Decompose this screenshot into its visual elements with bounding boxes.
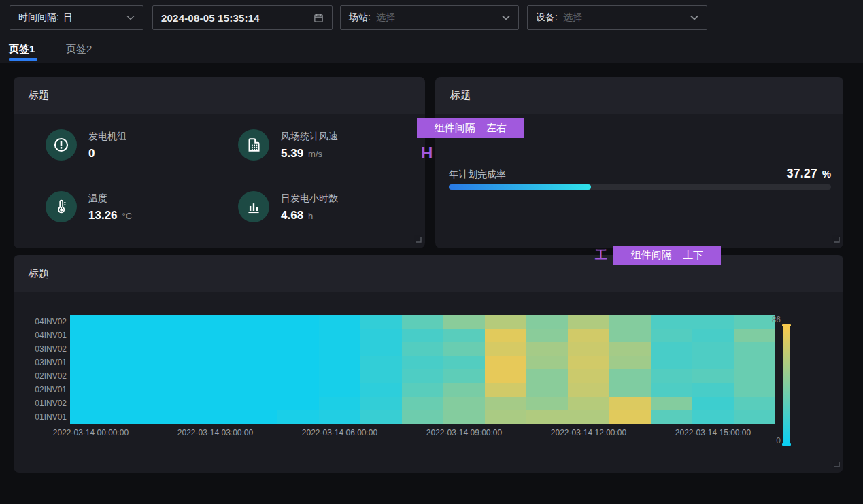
heatmap-cell[interactable] xyxy=(112,397,153,410)
heatmap-cell[interactable] xyxy=(277,329,319,342)
heatmap-cell[interactable] xyxy=(402,356,443,369)
heatmap-cell[interactable] xyxy=(70,410,112,424)
heatmap-cell[interactable] xyxy=(568,410,609,424)
heatmap-cell[interactable] xyxy=(402,383,443,397)
heatmap-cell[interactable] xyxy=(526,397,568,410)
heatmap-cell[interactable] xyxy=(319,342,360,356)
heatmap-cell[interactable] xyxy=(194,356,236,369)
heatmap-cell[interactable] xyxy=(692,397,734,410)
heatmap-cell[interactable] xyxy=(692,369,734,383)
heatmap-cell[interactable] xyxy=(277,397,319,410)
heatmap-cell[interactable] xyxy=(112,356,153,369)
heatmap-cell[interactable] xyxy=(734,383,775,397)
interval-select[interactable]: 时间间隔: 日 xyxy=(10,5,143,30)
tab-page1[interactable]: 页签1 xyxy=(9,43,35,56)
heatmap-cell[interactable] xyxy=(360,315,402,329)
heatmap-cell[interactable] xyxy=(360,383,402,397)
heatmap-cell[interactable] xyxy=(236,356,277,369)
heatmap-cell[interactable] xyxy=(568,397,609,410)
heatmap-cell[interactable] xyxy=(194,329,236,342)
heatmap-cell[interactable] xyxy=(277,369,319,383)
heatmap-cell[interactable] xyxy=(360,397,402,410)
heatmap-cell[interactable] xyxy=(568,315,609,329)
heatmap-cell[interactable] xyxy=(609,369,651,383)
heatmap-cell[interactable] xyxy=(734,329,775,342)
heatmap-cell[interactable] xyxy=(692,410,734,424)
heatmap-grid[interactable] xyxy=(70,315,775,424)
heatmap-cell[interactable] xyxy=(692,383,734,397)
heatmap-cell[interactable] xyxy=(443,356,485,369)
heatmap-cell[interactable] xyxy=(692,342,734,356)
heatmap-cell[interactable] xyxy=(402,342,443,356)
heatmap-cell[interactable] xyxy=(319,329,360,342)
heatmap-cell[interactable] xyxy=(319,356,360,369)
heatmap-cell[interactable] xyxy=(360,356,402,369)
heatmap-cell[interactable] xyxy=(112,342,153,356)
heatmap-cell[interactable] xyxy=(319,410,360,424)
heatmap-cell[interactable] xyxy=(319,369,360,383)
heatmap-cell[interactable] xyxy=(734,397,775,410)
resize-grip-icon[interactable] xyxy=(833,233,840,246)
heatmap-cell[interactable] xyxy=(734,410,775,424)
heatmap-cell[interactable] xyxy=(112,410,153,424)
heatmap-cell[interactable] xyxy=(651,383,692,397)
heatmap-cell[interactable] xyxy=(443,397,485,410)
heatmap-cell[interactable] xyxy=(112,383,153,397)
heatmap-cell[interactable] xyxy=(443,342,485,356)
heatmap-cell[interactable] xyxy=(402,315,443,329)
heatmap-cell[interactable] xyxy=(692,356,734,369)
heatmap-cell[interactable] xyxy=(734,369,775,383)
heatmap-cell[interactable] xyxy=(485,356,526,369)
heatmap-cell[interactable] xyxy=(485,342,526,356)
heatmap-cell[interactable] xyxy=(609,342,651,356)
resize-grip-icon[interactable] xyxy=(833,458,840,470)
resize-grip-icon[interactable] xyxy=(415,233,422,246)
heatmap-cell[interactable] xyxy=(526,356,568,369)
heatmap-cell[interactable] xyxy=(651,315,692,329)
heatmap-cell[interactable] xyxy=(402,397,443,410)
heatmap-cell[interactable] xyxy=(236,369,277,383)
heatmap-cell[interactable] xyxy=(112,315,153,329)
heatmap-cell[interactable] xyxy=(402,410,443,424)
device-select[interactable]: 设备: 选择 xyxy=(527,5,707,30)
heatmap-cell[interactable] xyxy=(485,397,526,410)
heatmap-cell[interactable] xyxy=(651,410,692,424)
heatmap-cell[interactable] xyxy=(651,356,692,369)
visualmap-handle-top[interactable] xyxy=(782,324,791,326)
heatmap-cell[interactable] xyxy=(153,369,194,383)
heatmap-cell[interactable] xyxy=(568,329,609,342)
heatmap-cell[interactable] xyxy=(526,369,568,383)
heatmap-cell[interactable] xyxy=(236,315,277,329)
heatmap-cell[interactable] xyxy=(360,369,402,383)
heatmap-cell[interactable] xyxy=(70,342,112,356)
heatmap-cell[interactable] xyxy=(609,383,651,397)
heatmap-cell[interactable] xyxy=(194,410,236,424)
heatmap-cell[interactable] xyxy=(277,315,319,329)
heatmap-cell[interactable] xyxy=(651,342,692,356)
heatmap-cell[interactable] xyxy=(70,383,112,397)
heatmap-cell[interactable] xyxy=(277,342,319,356)
heatmap-cell[interactable] xyxy=(236,397,277,410)
heatmap-cell[interactable] xyxy=(236,342,277,356)
heatmap-cell[interactable] xyxy=(609,410,651,424)
heatmap-cell[interactable] xyxy=(70,329,112,342)
heatmap-cell[interactable] xyxy=(236,329,277,342)
heatmap-cell[interactable] xyxy=(194,369,236,383)
heatmap-cell[interactable] xyxy=(443,383,485,397)
heatmap-cell[interactable] xyxy=(485,383,526,397)
heatmap-cell[interactable] xyxy=(153,397,194,410)
heatmap-cell[interactable] xyxy=(568,342,609,356)
heatmap-cell[interactable] xyxy=(70,315,112,329)
heatmap-cell[interactable] xyxy=(443,315,485,329)
heatmap-cell[interactable] xyxy=(319,383,360,397)
heatmap-cell[interactable] xyxy=(609,329,651,342)
heatmap-cell[interactable] xyxy=(153,383,194,397)
heatmap-cell[interactable] xyxy=(734,342,775,356)
heatmap-cell[interactable] xyxy=(526,315,568,329)
heatmap-cell[interactable] xyxy=(112,329,153,342)
heatmap-cell[interactable] xyxy=(651,369,692,383)
heatmap-cell[interactable] xyxy=(485,369,526,383)
heatmap-cell[interactable] xyxy=(609,315,651,329)
heatmap-cell[interactable] xyxy=(70,397,112,410)
heatmap-cell[interactable] xyxy=(485,329,526,342)
